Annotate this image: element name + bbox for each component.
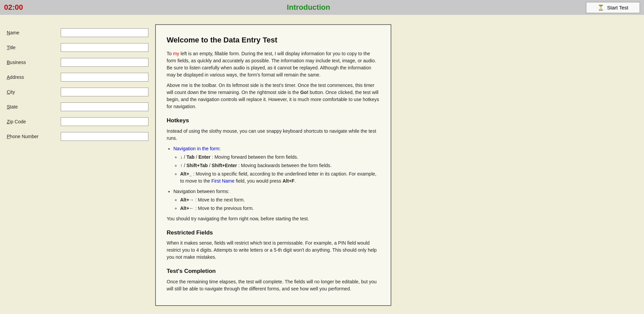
- label-title: Title: [7, 45, 61, 50]
- form-panel: NameTitleBusinessAddressCityStateZip Cod…: [7, 22, 148, 307]
- highlight-my: my: [173, 51, 179, 56]
- label-state: State: [7, 104, 61, 109]
- info-title: Welcome to the Data Entry Test: [167, 34, 380, 45]
- toolbar: 02:00 Introduction ⏳ Start Test: [0, 0, 644, 15]
- toolbar-info-paragraph: Above me is the toolbar. On its leftmost…: [167, 82, 380, 110]
- page-title: Introduction: [31, 3, 586, 12]
- completion-heading: Test's Completion: [167, 267, 380, 276]
- label-underline-business: B: [7, 60, 10, 65]
- restricted-heading: Restricted Fields: [167, 228, 380, 237]
- input-address[interactable]: [61, 73, 148, 82]
- label-zip-code: Zip Code: [7, 119, 61, 124]
- form-row-zip-code: Zip Code: [7, 117, 148, 126]
- nav-forms-sub-1: Alt+→ : Move to the next form.: [180, 196, 380, 203]
- label-underline-title: T: [7, 45, 9, 50]
- intro-paragraph: To my left is an empty, fillable form. D…: [167, 50, 380, 78]
- form-row-address: Address: [7, 73, 148, 82]
- hourglass-icon: ⏳: [597, 4, 604, 11]
- form-row-business: Business: [7, 58, 148, 67]
- label-underline-state: S: [7, 104, 10, 109]
- nav-form-sub-1: ↓ / Tab / Enter : Moving forward between…: [180, 154, 380, 161]
- nav-form-sub-2: ↑ / Shift+Tab / Shift+Enter : Moving bac…: [180, 162, 380, 169]
- restricted-paragraph: When it makes sense, fields will restric…: [167, 240, 380, 261]
- hotkeys-intro: Instead of using the slothy mouse, you c…: [167, 128, 380, 142]
- label-underline-zip-code: Z: [7, 119, 10, 124]
- input-city[interactable]: [61, 88, 148, 96]
- input-zip-code[interactable]: [61, 117, 148, 126]
- start-test-label: Start Test: [607, 5, 628, 10]
- form-row-state: State: [7, 102, 148, 111]
- label-city: City: [7, 89, 61, 95]
- nav-form-label: Navigation in the form: [173, 146, 219, 151]
- hotkeys-nav-forms-item: Navigation between forms: Alt+→ : Move t…: [173, 188, 380, 212]
- hotkeys-list: Navigation in the form: ↓ / Tab / Enter …: [173, 145, 380, 212]
- nav-try-paragraph: You should try navigating the form right…: [167, 215, 380, 222]
- form-row-phone-number: Phone Number: [7, 132, 148, 141]
- form-row-city: City: [7, 88, 148, 96]
- label-address: Address: [7, 74, 61, 80]
- start-test-button[interactable]: ⏳ Start Test: [586, 2, 640, 13]
- form-row-title: Title: [7, 43, 148, 52]
- nav-form-sub-3: Alt+_ : Moving to a specific field, acco…: [180, 170, 380, 185]
- label-underline-address: A: [7, 74, 10, 80]
- form-row-name: Name: [7, 28, 148, 37]
- label-phone-number: Phone Number: [7, 134, 61, 139]
- hotkeys-heading: Hotkeys: [167, 116, 380, 125]
- input-title[interactable]: [61, 43, 148, 52]
- label-name: Name: [7, 30, 61, 35]
- main-content: NameTitleBusinessAddressCityStateZip Cod…: [0, 15, 644, 314]
- input-business[interactable]: [61, 58, 148, 67]
- label-underline-name: N: [7, 30, 10, 35]
- input-state[interactable]: [61, 102, 148, 111]
- hotkeys-nav-form-item: Navigation in the form: ↓ / Tab / Enter …: [173, 145, 380, 185]
- nav-forms-sub-2: Alt+← : Move to the previous form.: [180, 205, 380, 212]
- label-underline-phone-number: P: [7, 134, 10, 139]
- label-underline-city: C: [7, 89, 10, 95]
- label-business: Business: [7, 60, 61, 65]
- timer-display: 02:00: [4, 3, 31, 12]
- go-bold: Go!: [300, 90, 308, 95]
- nav-forms-subitems: Alt+→ : Move to the next form. Alt+← : M…: [180, 196, 380, 212]
- nav-form-subitems: ↓ / Tab / Enter : Moving forward between…: [180, 154, 380, 185]
- input-phone-number[interactable]: [61, 132, 148, 141]
- completion-paragraph: Once the remaining time elapses, the tes…: [167, 278, 380, 292]
- info-panel: Welcome to the Data Entry Test To my lef…: [155, 24, 391, 306]
- input-name[interactable]: [61, 28, 148, 37]
